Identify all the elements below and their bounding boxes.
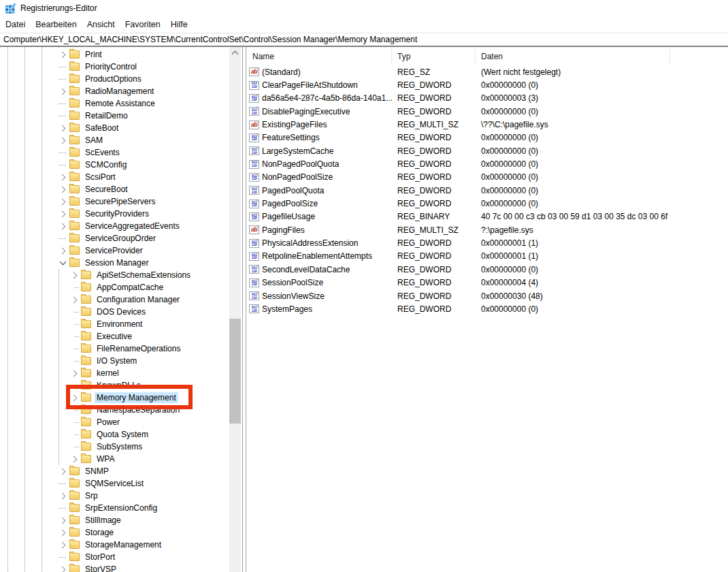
menu-item-ansicht[interactable]: Ansicht [87, 20, 115, 29]
tree-item-servicegrouporder[interactable]: ServiceGroupOrder [0, 232, 229, 244]
tree-item-filerenameoperations[interactable]: FileRenameOperations [0, 343, 229, 355]
registry-value-row[interactable]: 011110PagedPoolQuotaREG_DWORD0x00000000 … [247, 184, 728, 197]
value-name-cell[interactable]: 011110SessionPoolSize [247, 278, 392, 287]
value-name-cell[interactable]: 011110SessionViewSize [247, 291, 392, 301]
value-name-cell[interactable]: abPagingFiles [247, 225, 392, 235]
address-bar[interactable]: Computer\HKEY_LOCAL_MACHINE\SYSTEM\Curre… [0, 33, 728, 47]
tree-item-quota-system[interactable]: Quota System [0, 428, 229, 441]
menu-item-datei[interactable]: Datei [5, 20, 25, 29]
chevron-right-icon[interactable] [59, 517, 65, 524]
registry-value-row[interactable]: abPagingFilesREG_MULTI_SZ?:\pagefile.sys [247, 223, 728, 236]
registry-value-row[interactable]: 011110NonPagedPoolQuotaREG_DWORD0x000000… [247, 157, 728, 170]
column-header-typ[interactable]: Typ [392, 49, 476, 65]
tree-item-prioritycontrol[interactable]: PriorityControl [0, 61, 229, 73]
tree-item-serviceprovider[interactable]: ServiceProvider [0, 244, 229, 257]
value-name-cell[interactable]: 011110ClearPageFileAtShutdown [247, 80, 392, 90]
registry-value-row[interactable]: 011110FeatureSettingsREG_DWORD0x00000000… [247, 131, 728, 144]
value-name-cell[interactable]: abExistingPageFiles [247, 120, 392, 129]
registry-value-row[interactable]: 011110ClearPageFileAtShutdownREG_DWORD0x… [247, 78, 728, 91]
registry-value-row[interactable]: 011110SystemPagesREG_DWORD0x00000000 (0) [247, 302, 728, 315]
value-name-cell[interactable]: ab(Standard) [247, 67, 392, 77]
tree-item-scmconfig[interactable]: SCMConfig [0, 159, 229, 171]
tree-item-stillimage[interactable]: StillImage [0, 514, 229, 526]
tree-item-dos-devices[interactable]: DOS Devices [0, 306, 229, 318]
registry-value-row[interactable]: 011110RetpolineEnablementAttemptsREG_DWO… [247, 250, 728, 263]
registry-value-row[interactable]: 011110PagedPoolSizeREG_DWORD0x00000000 (… [247, 197, 728, 210]
chevron-right-icon[interactable] [59, 210, 65, 217]
chevron-right-icon[interactable] [59, 223, 65, 229]
chevron-right-icon[interactable] [59, 492, 65, 499]
column-header-daten[interactable]: Daten [476, 49, 670, 65]
tree-item-securepipeservers[interactable]: SecurePipeServers [0, 195, 229, 208]
value-name-cell[interactable]: 011110LargeSystemCache [247, 146, 392, 156]
value-name-cell[interactable]: 011110NonPagedPoolQuota [247, 159, 392, 169]
tree-item-sqmservicelist[interactable]: SQMServiceList [0, 477, 229, 490]
chevron-right-icon[interactable] [70, 296, 77, 303]
value-name-cell[interactable]: 011110SecondLevelDataCache [247, 265, 392, 274]
value-name-cell[interactable]: 011110PhysicalAddressExtension [247, 238, 392, 248]
column-header-name[interactable]: Name [247, 49, 392, 65]
chevron-right-icon[interactable] [59, 247, 65, 254]
registry-value-row[interactable]: 011110PagefileUsageREG_BINARY40 7c 00 00… [247, 210, 728, 223]
tree-scrollbar[interactable] [229, 47, 241, 572]
registry-value-row[interactable]: 011110SessionViewSizeREG_DWORD0x00000030… [247, 289, 728, 302]
tree-item-kernel[interactable]: kernel [0, 367, 229, 379]
tree-item-knowndlls[interactable]: KnownDLLs [0, 379, 229, 392]
tree-item-wpa[interactable]: WPA [0, 453, 229, 465]
registry-value-row[interactable]: 011110NonPagedPoolSizeREG_DWORD0x0000000… [247, 171, 728, 184]
chevron-down-icon[interactable] [59, 259, 66, 266]
tree-item-scevents[interactable]: ScEvents [0, 146, 229, 159]
address-path[interactable]: Computer\HKEY_LOCAL_MACHINE\SYSTEM\Curre… [0, 35, 417, 44]
tree-item-namespaceseparation[interactable]: NamespaceSeparation [0, 404, 229, 416]
value-name-cell[interactable]: 011110SystemPages [247, 304, 392, 314]
tree-item-storagemanagement[interactable]: StorageManagement [0, 539, 229, 551]
tree-item-safeboot[interactable]: SafeBoot [0, 122, 229, 134]
chevron-right-icon[interactable] [59, 529, 65, 536]
tree-item-subsystems[interactable]: SubSystems [0, 441, 229, 453]
menu-item-favoriten[interactable]: Favoriten [125, 20, 161, 29]
tree-item-executive[interactable]: Executive [0, 330, 229, 343]
value-name-cell[interactable]: 011110PagedPoolQuota [247, 186, 392, 195]
registry-value-row[interactable]: abExistingPageFilesREG_MULTI_SZ\??\C:\pa… [247, 118, 728, 131]
tree-item-snmp[interactable]: SNMP [0, 465, 229, 477]
value-name-cell[interactable]: 011110PagefileUsage [247, 212, 392, 221]
tree-item-i-o-system[interactable]: I/O System [0, 355, 229, 367]
tree-item-configuration-manager[interactable]: Configuration Manager [0, 293, 229, 306]
tree-item-scsiport[interactable]: ScsiPort [0, 171, 229, 183]
tree-item-remote-assistance[interactable]: Remote Assistance [0, 97, 229, 110]
chevron-right-icon[interactable] [59, 541, 65, 548]
tree-item-print[interactable]: Print [0, 48, 229, 61]
tree-item-radiomanagement[interactable]: RadioManagement [0, 85, 229, 97]
value-name-cell[interactable]: 011110NonPagedPoolSize [247, 172, 392, 182]
chevron-right-icon[interactable] [70, 272, 77, 279]
tree-item-apisetschemaextensions[interactable]: ApiSetSchemaExtensions [0, 269, 229, 281]
tree-item-appcompatcache[interactable]: AppCompatCache [0, 281, 229, 293]
tree-item-memory-management[interactable]: Memory Management [0, 392, 229, 404]
chevron-right-icon[interactable] [59, 137, 65, 144]
tree-item-environment[interactable]: Environment [0, 318, 229, 330]
scrollbar-thumb[interactable] [229, 319, 241, 424]
value-name-cell[interactable]: 011110DisablePagingExecutive [247, 107, 392, 116]
chevron-right-icon[interactable] [70, 394, 77, 401]
tree-item-sam[interactable]: SAM [0, 134, 229, 146]
tree-item-serviceaggregatedevents[interactable]: ServiceAggregatedEvents [0, 220, 229, 232]
tree-item-retaildemo[interactable]: RetailDemo [0, 110, 229, 122]
chevron-right-icon[interactable] [59, 88, 65, 95]
scrollbar-up-arrow-icon[interactable] [229, 47, 241, 59]
registry-value-row[interactable]: 011110LargeSystemCacheREG_DWORD0x0000000… [247, 144, 728, 157]
menu-item-bearbeiten[interactable]: Bearbeiten [35, 20, 76, 29]
chevron-right-icon[interactable] [59, 125, 65, 131]
tree-item-productoptions[interactable]: ProductOptions [0, 73, 229, 85]
registry-value-row[interactable]: 011110da56a5e4-287c-4a5b-86da-140a1...RE… [247, 92, 728, 105]
tree-item-srpextensionconfig[interactable]: SrpExtensionConfig [0, 502, 229, 514]
menu-item-hilfe[interactable]: Hilfe [171, 20, 188, 29]
chevron-right-icon[interactable] [59, 468, 65, 475]
value-name-cell[interactable]: 011110FeatureSettings [247, 133, 392, 142]
registry-value-row[interactable]: 011110SessionPoolSizeREG_DWORD0x00000004… [247, 276, 728, 289]
tree-item-srp[interactable]: Srp [0, 490, 229, 502]
tree-item-secureboot[interactable]: SecureBoot [0, 183, 229, 195]
tree-item-securityproviders[interactable]: SecurityProviders [0, 208, 229, 220]
tree-item-storport[interactable]: StorPort [0, 551, 229, 563]
chevron-right-icon[interactable] [59, 51, 65, 58]
chevron-right-icon[interactable] [59, 198, 65, 205]
